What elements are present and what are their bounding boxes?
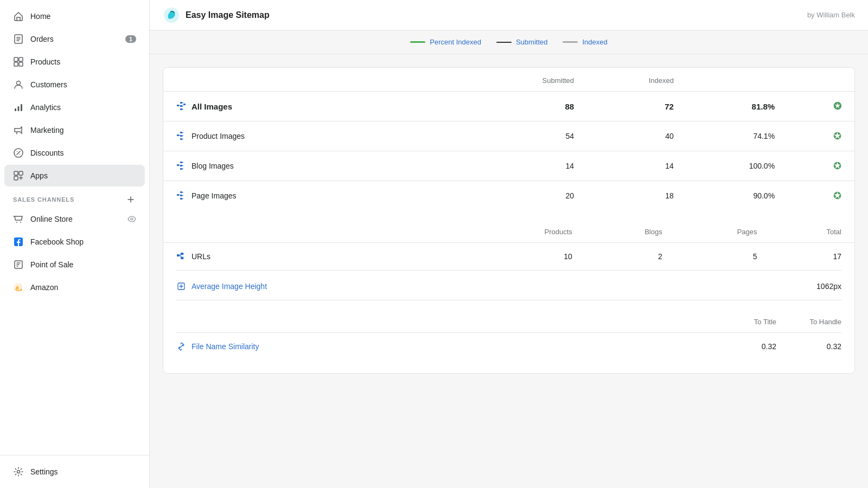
analytics-icon <box>13 102 24 113</box>
sidebar-item-discounts[interactable]: Discounts <box>4 142 145 164</box>
urls-total-val: 17 <box>770 243 854 271</box>
sidebar-item-home[interactable]: Home <box>4 5 145 27</box>
table-row: Product Images 54 40 74.1% ✪ <box>163 121 854 151</box>
sidebar-item-analytics-label: Analytics <box>30 103 61 112</box>
urls-sitemap-icon <box>176 252 186 261</box>
svg-rect-25 <box>180 108 182 110</box>
app-title: Easy Image Sitemap <box>163 7 270 24</box>
svg-point-20 <box>17 471 20 473</box>
urls-products-val: 10 <box>474 243 585 271</box>
svg-rect-24 <box>180 105 182 107</box>
main-content: Easy Image Sitemap by William Belk Perce… <box>150 0 868 488</box>
svg-rect-10 <box>14 171 18 175</box>
file-name-similarity-section: To Title To Handle File Name Similarity … <box>163 309 854 373</box>
urls-col-pages: Pages <box>675 219 770 243</box>
svg-rect-23 <box>180 102 182 104</box>
sitemap-icon-all <box>176 101 186 111</box>
file-name-similarity-link[interactable]: File Name Similarity <box>176 342 711 351</box>
product-images-label: Product Images <box>192 132 245 140</box>
sidebar-item-products-label: Products <box>30 57 60 66</box>
topbar: Easy Image Sitemap by William Belk <box>150 0 868 30</box>
sidebar-item-apps[interactable]: Apps <box>4 165 145 187</box>
indexed-line <box>563 41 578 43</box>
svg-rect-34 <box>180 168 182 170</box>
col-name-header <box>163 68 474 92</box>
col-status-header <box>788 68 854 92</box>
legend-submitted[interactable]: Submitted <box>496 38 548 46</box>
sidebar-item-settings[interactable]: Settings <box>4 461 145 483</box>
urls-label: URLs <box>192 252 210 261</box>
svg-rect-38 <box>180 198 182 200</box>
app-logo-icon <box>163 7 180 24</box>
legend-bar: Percent Indexed Submitted Indexed <box>150 30 868 54</box>
sidebar-item-products[interactable]: Products <box>4 51 145 73</box>
urls-col-total: Total <box>770 219 854 243</box>
blog-images-pct: 100.0% <box>687 151 788 181</box>
product-images-name: Product Images <box>163 121 474 151</box>
urls-stats-table: Products Blogs Pages Total <box>163 219 854 270</box>
sales-channels-section: SALES CHANNELS <box>0 188 149 207</box>
product-images-submitted: 54 <box>474 121 587 151</box>
svg-rect-4 <box>19 62 23 66</box>
avg-image-height-link[interactable]: Average Image Height <box>176 281 267 291</box>
app-name: Easy Image Sitemap <box>186 10 270 20</box>
blog-images-name: Blog Images <box>163 151 474 181</box>
col-indexed-header: Indexed <box>587 68 687 92</box>
sidebar-item-marketing[interactable]: Marketing <box>4 119 145 141</box>
sidebar-item-customers-label: Customers <box>30 80 67 89</box>
legend-indexed[interactable]: Indexed <box>563 38 607 46</box>
table-row: Page Images 20 18 90.0% ✪ <box>163 181 854 211</box>
online-store-eye-button[interactable] <box>127 215 136 223</box>
sidebar-item-facebook-shop[interactable]: Facebook Shop <box>4 231 145 253</box>
sidebar-item-point-of-sale[interactable]: Point of Sale <box>4 254 145 275</box>
sidebar: Home Orders 1 Produc <box>0 0 150 488</box>
content-area: Submitted Indexed <box>150 54 868 488</box>
avg-image-height-label: Average Image Height <box>192 282 267 291</box>
page-images-pct: 90.0% <box>687 181 788 211</box>
urls-pages-val: 5 <box>675 243 770 271</box>
svg-point-15 <box>131 218 133 220</box>
star-icon-page: ✪ <box>833 190 841 202</box>
image-stats-table: Submitted Indexed <box>163 68 854 210</box>
legend-indexed-label: Indexed <box>582 38 607 46</box>
svg-point-14 <box>20 222 21 223</box>
sidebar-item-discounts-label: Discounts <box>30 149 63 157</box>
sidebar-item-customers[interactable]: Customers <box>4 74 145 95</box>
facebook-icon <box>13 236 24 247</box>
file-name-similarity-row: File Name Similarity 0.32 0.32 <box>176 332 841 360</box>
orders-icon <box>13 34 24 44</box>
urls-blogs-val: 2 <box>585 243 675 271</box>
legend-percent-indexed-label: Percent Indexed <box>430 38 481 46</box>
sidebar-item-settings-label: Settings <box>30 467 58 476</box>
sidebar-item-amazon[interactable]: a Amazon <box>4 277 145 298</box>
submitted-line <box>496 42 512 43</box>
svg-rect-28 <box>180 132 182 133</box>
svg-rect-36 <box>180 191 182 193</box>
svg-rect-31 <box>177 164 179 166</box>
svg-rect-6 <box>15 108 16 111</box>
sim-to-handle-val: 0.32 <box>776 342 841 351</box>
svg-rect-29 <box>180 135 182 137</box>
add-sales-channel-button[interactable] <box>125 194 136 205</box>
product-images-indexed: 40 <box>587 121 687 151</box>
legend-percent-indexed[interactable]: Percent Indexed <box>410 38 481 46</box>
sidebar-item-marketing-label: Marketing <box>30 126 63 134</box>
sidebar-item-online-store[interactable]: Online Store <box>4 208 145 230</box>
all-images-pct: 81.8% <box>687 92 788 121</box>
sidebar-item-analytics[interactable]: Analytics <box>4 97 145 118</box>
svg-point-5 <box>17 81 21 85</box>
legend-submitted-label: Submitted <box>516 38 548 46</box>
svg-point-13 <box>16 222 17 223</box>
urls-name: URLs <box>163 243 474 271</box>
sidebar-item-amazon-label: Amazon <box>30 283 58 292</box>
svg-rect-30 <box>180 138 182 140</box>
sidebar-item-pos-label: Point of Sale <box>30 260 73 269</box>
sidebar-item-orders[interactable]: Orders 1 <box>4 28 145 50</box>
sitemap-icon-blog <box>176 161 186 171</box>
col-submitted-header: Submitted <box>474 68 587 92</box>
discounts-icon <box>13 147 24 158</box>
percent-indexed-line <box>410 41 425 43</box>
page-images-name: Page Images <box>163 181 474 211</box>
sim-col-to-title: To Title <box>711 318 776 326</box>
svg-rect-22 <box>177 105 179 106</box>
